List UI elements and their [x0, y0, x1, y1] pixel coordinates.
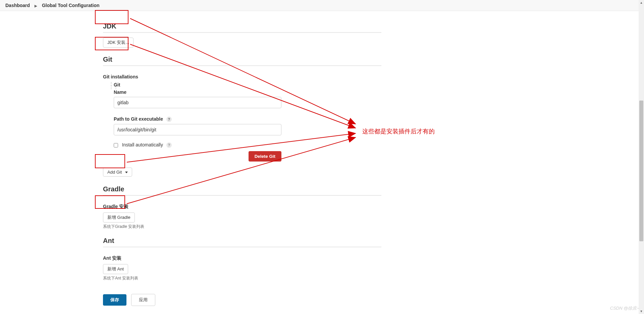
ant-install-label: Ant 安装	[103, 255, 381, 261]
jdk-install-button[interactable]: JDK 安装...	[103, 38, 133, 48]
save-button[interactable]: 保存	[103, 294, 126, 306]
apply-button[interactable]: 应用	[131, 294, 155, 306]
delete-git-button[interactable]: Delete Git	[249, 151, 281, 162]
breadcrumb-dashboard[interactable]: Dashboard	[5, 3, 30, 8]
git-name-input[interactable]	[114, 97, 281, 108]
gradle-desc: 系统下Gradle 安装列表	[103, 224, 381, 230]
jdk-section-title: JDK	[103, 22, 381, 33]
git-installation-block: ⋮⋮⋮⋮ Git Name Path to Git executable ? I…	[109, 82, 381, 165]
breadcrumb: Dashboard ▶ Global Tool Configuration	[0, 0, 644, 11]
git-auto-install-checkbox[interactable]	[114, 143, 118, 147]
git-path-input[interactable]	[114, 124, 281, 135]
scrollbar-thumb[interactable]	[639, 101, 643, 241]
breadcrumb-page[interactable]: Global Tool Configuration	[42, 3, 100, 8]
git-installations-label: Git installations	[103, 74, 381, 79]
scrollbar-down-arrow[interactable]: ▼	[639, 309, 644, 314]
help-icon[interactable]: ?	[166, 142, 172, 148]
git-path-label: Path to Git executable	[114, 116, 163, 122]
git-name-label: Name	[114, 89, 281, 95]
ant-section-title: Ant	[103, 237, 381, 247]
add-git-button[interactable]: Add Git	[103, 168, 132, 177]
add-git-label: Add Git	[107, 170, 122, 175]
add-gradle-button[interactable]: 新增 Gradle	[103, 212, 135, 223]
chevron-down-icon	[125, 172, 128, 173]
ant-desc: 系统下Ant 安装列表	[103, 275, 381, 281]
breadcrumb-separator: ▶	[35, 4, 37, 8]
help-icon[interactable]: ?	[166, 117, 172, 122]
gradle-section-title: Gradle	[103, 185, 381, 196]
main-content: JDK JDK 安装... Git Git installations ⋮⋮⋮⋮…	[103, 11, 381, 306]
drag-handle-icon[interactable]: ⋮⋮⋮⋮	[109, 82, 112, 89]
scrollbar-track[interactable]: ▲ ▼	[639, 0, 644, 314]
git-header-label: Git	[114, 82, 281, 87]
git-auto-install-label: Install automatically	[122, 142, 163, 147]
gradle-install-label: Gradle 安装	[103, 204, 381, 210]
git-section-title: Git	[103, 56, 381, 66]
add-ant-button[interactable]: 新增 Ant	[103, 264, 128, 274]
watermark: CSDN @徐庶~	[610, 305, 639, 311]
scrollbar-up-arrow[interactable]: ▲	[639, 0, 644, 5]
annotation-text: 这些都是安装插件后才有的	[362, 127, 435, 135]
